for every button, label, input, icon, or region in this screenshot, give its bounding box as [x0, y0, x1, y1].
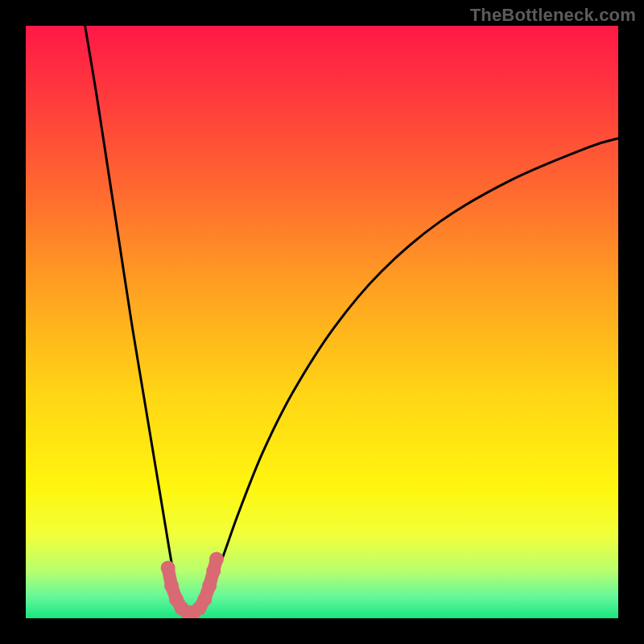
- series-valley-marker-point: [161, 560, 175, 575]
- series-valley-marker-point: [202, 579, 217, 593]
- plot-area: [26, 26, 618, 618]
- series-valley-marker-point: [209, 551, 224, 566]
- outer-frame: TheBottleneck.com: [0, 0, 644, 644]
- watermark-label: TheBottleneck.com: [470, 5, 636, 26]
- series-valley-marker-point: [164, 579, 179, 593]
- series-valley-marker-point: [197, 592, 212, 606]
- gradient-background: [26, 26, 618, 618]
- chart-svg: [26, 26, 618, 618]
